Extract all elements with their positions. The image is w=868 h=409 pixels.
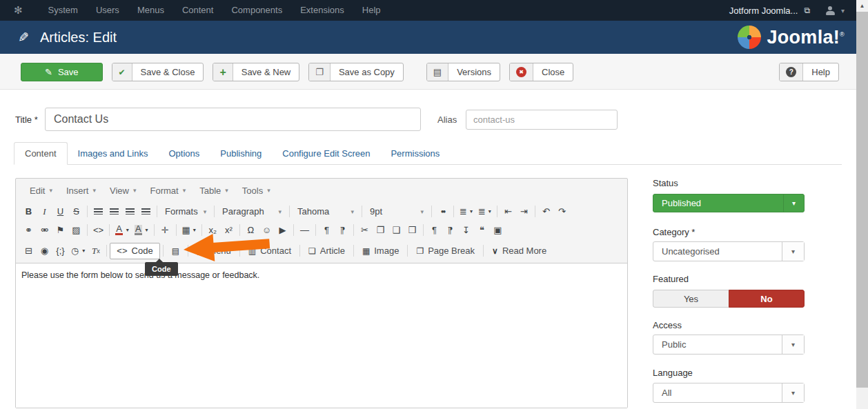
underline-icon[interactable]: U <box>52 203 68 219</box>
font-size-dropdown[interactable]: 9pt▾ <box>365 203 428 219</box>
text-color-icon[interactable]: A▾ <box>112 222 132 238</box>
tab-permissions[interactable]: Permissions <box>380 143 450 164</box>
module-button[interactable]: ▤ <box>166 243 185 259</box>
fullpage-icon[interactable]: ▣ <box>490 222 506 238</box>
save-new-button[interactable]: + Save & New <box>213 63 299 81</box>
paragraph-dropdown[interactable]: Paragraph▾ <box>217 203 286 219</box>
background-color-icon[interactable]: A▾ <box>132 222 151 238</box>
read-more-button[interactable]: ∨Read More <box>486 243 552 259</box>
paste-as-text-icon[interactable]: ❒ <box>404 222 420 238</box>
editor-menu-edit[interactable]: Edit▾ <box>23 183 59 199</box>
menu-item-users[interactable]: Users <box>87 0 128 21</box>
rtl-icon[interactable]: ¶ <box>335 222 351 238</box>
preview-icon[interactable]: ◉ <box>37 243 52 259</box>
copy-icon[interactable]: ❐ <box>373 222 388 238</box>
alias-input[interactable] <box>466 110 618 130</box>
site-preview-link[interactable]: Jotform Joomla... <box>729 6 798 16</box>
align-left-icon[interactable] <box>90 203 106 219</box>
anchor-icon[interactable]: ⚑ <box>52 222 68 238</box>
save-copy-button[interactable]: ❐ Save as Copy <box>308 63 404 81</box>
featured-yes-button[interactable]: Yes <box>653 290 729 308</box>
insert-anchor-icon[interactable]: ↧ <box>458 222 474 238</box>
versions-button[interactable]: ▤ Versions <box>426 63 500 81</box>
tab-content[interactable]: Content <box>14 142 68 165</box>
page-scrollbar[interactable]: ▲ <box>856 0 868 409</box>
align-justify-icon[interactable] <box>138 203 154 219</box>
strikethrough-icon[interactable]: S <box>68 203 84 219</box>
editor-menu-view[interactable]: View▾ <box>103 183 143 199</box>
align-center-icon[interactable] <box>106 203 122 219</box>
editor-menu-table[interactable]: Table▾ <box>193 183 235 199</box>
show-blocks-icon[interactable]: ¶ <box>426 222 442 238</box>
menu-item-help[interactable]: Help <box>353 0 390 21</box>
superscript-icon[interactable]: x² <box>221 222 237 238</box>
help-button[interactable]: ? Help <box>779 63 839 81</box>
editor-menu-insert[interactable]: Insert▾ <box>59 183 103 199</box>
show-invisibles-icon[interactable]: ¶ <box>442 222 458 238</box>
code-button[interactable]: <>Code <box>110 243 159 259</box>
insert-link-icon[interactable]: ⚭ <box>21 222 37 238</box>
blockquote-icon[interactable]: ❝ <box>474 222 490 238</box>
snippet-icon[interactable]: {;} <box>52 243 68 259</box>
bold-icon[interactable]: B <box>21 203 37 219</box>
contact-button[interactable]: ▥Contact <box>243 243 297 259</box>
user-caret-icon[interactable]: ▾ <box>841 7 845 14</box>
page-break-button[interactable]: ❐Page Break <box>411 243 480 259</box>
article-button[interactable]: ❏Article <box>303 243 351 259</box>
italic-icon[interactable]: I <box>37 203 52 219</box>
menu-item-components[interactable]: Components <box>222 0 291 21</box>
editor-menu-format[interactable]: Format▾ <box>143 183 193 199</box>
clear-formatting-icon[interactable]: Tx <box>88 243 103 259</box>
image-button[interactable]: ▦Image <box>357 243 404 259</box>
numbered-list-icon[interactable]: ≣▾ <box>475 203 494 219</box>
bullet-list-icon[interactable]: ≣▾ <box>457 203 475 219</box>
template-icon[interactable]: ◷▾ <box>68 243 88 259</box>
ltr-icon[interactable]: ¶ <box>319 222 335 238</box>
tab-options[interactable]: Options <box>158 143 210 164</box>
remove-link-icon[interactable]: ⚮ <box>37 222 52 238</box>
status-dropdown[interactable]: Published ▾ <box>653 194 805 212</box>
menu-item-extensions[interactable]: Extensions <box>291 0 353 21</box>
source-code-icon[interactable]: <> <box>90 222 106 238</box>
print-icon[interactable]: ⊟ <box>21 243 37 259</box>
horizontal-rule-icon[interactable]: — <box>297 222 313 238</box>
insert-image-icon[interactable]: ▨ <box>68 222 84 238</box>
cut-icon[interactable]: ✂ <box>357 222 373 238</box>
find-replace-icon[interactable]: ●● <box>435 203 451 219</box>
tab-images-and-links[interactable]: Images and Links <box>68 143 159 164</box>
save-close-button[interactable]: ✔ Save & Close <box>112 63 204 81</box>
table-icon[interactable]: ▦▾ <box>179 222 199 238</box>
font-family-dropdown[interactable]: Tahoma▾ <box>293 203 359 219</box>
menu-item-menus[interactable]: Menus <box>128 0 173 21</box>
save-button[interactable]: ✎ Save <box>21 63 103 81</box>
editor-menu-tools[interactable]: Tools▾ <box>235 183 277 199</box>
menu-item-system[interactable]: System <box>39 0 87 21</box>
menu-item-content[interactable]: Content <box>173 0 223 21</box>
outdent-icon[interactable]: ⇤ <box>500 203 516 219</box>
formats-dropdown[interactable]: Formats▾ <box>160 203 211 219</box>
insert-media-icon[interactable]: ▶ <box>275 222 290 238</box>
tab-publishing[interactable]: Publishing <box>210 143 272 164</box>
title-input[interactable] <box>45 108 421 131</box>
fullscreen-icon[interactable]: ✛ <box>157 222 173 238</box>
subscript-icon[interactable]: x₂ <box>205 222 221 238</box>
close-button[interactable]: ✖ Close <box>509 63 573 81</box>
scroll-up-icon[interactable]: ▲ <box>856 0 868 12</box>
category-select[interactable]: Uncategorised ▾ <box>653 241 805 261</box>
scrollbar-thumb[interactable] <box>856 12 868 388</box>
language-select[interactable]: All ▾ <box>653 383 805 403</box>
user-icon[interactable] <box>826 6 835 15</box>
undo-icon[interactable]: ↶ <box>538 203 554 219</box>
editor-content-area[interactable]: Please use the form below to send us a m… <box>16 263 627 408</box>
external-link-icon[interactable]: ⧉ <box>804 6 810 15</box>
align-right-icon[interactable] <box>122 203 138 219</box>
redo-icon[interactable]: ↷ <box>554 203 570 219</box>
special-character-icon[interactable]: Ω <box>243 222 259 238</box>
menu-button[interactable]: ▤Menu <box>191 243 237 259</box>
access-select[interactable]: Public ▾ <box>653 335 805 355</box>
featured-no-button[interactable]: No <box>729 290 805 308</box>
emoticons-icon[interactable]: ☺ <box>259 222 275 238</box>
indent-icon[interactable]: ⇥ <box>516 203 532 219</box>
tab-configure-edit-screen[interactable]: Configure Edit Screen <box>272 143 380 164</box>
paste-icon[interactable]: ❑ <box>388 222 404 238</box>
